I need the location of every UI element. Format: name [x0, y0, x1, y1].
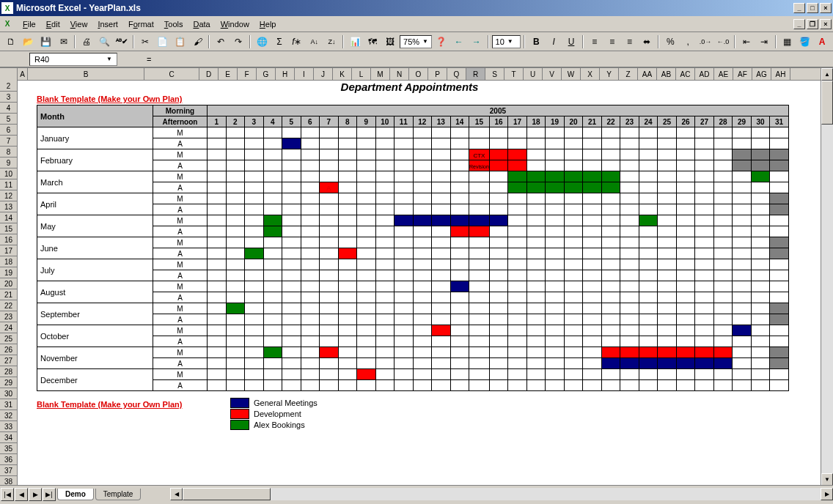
col-header-K[interactable]: K: [333, 68, 352, 80]
col-header-A[interactable]: A: [18, 68, 28, 80]
cut-icon[interactable]: ✂: [137, 34, 153, 50]
menu-file[interactable]: File: [18, 18, 41, 30]
tab-prev-button[interactable]: ◀: [15, 488, 28, 501]
row-header-29[interactable]: 29: [0, 377, 18, 388]
vertical-scrollbar[interactable]: ▲ ▼: [821, 68, 833, 485]
align-left-icon[interactable]: ≡: [587, 34, 603, 50]
borders-icon[interactable]: ▦: [779, 34, 796, 50]
menu-view[interactable]: View: [65, 18, 93, 30]
template-link-bottom[interactable]: Blank Template (Make your Own Plan): [37, 400, 182, 409]
col-header-B[interactable]: B: [28, 68, 144, 80]
col-header-L[interactable]: L: [352, 68, 371, 80]
col-header-F[interactable]: F: [238, 68, 257, 80]
decrease-decimal-icon[interactable]: ←.0: [715, 34, 731, 50]
merge-icon[interactable]: ⬌: [639, 34, 656, 50]
menu-format[interactable]: Format: [123, 18, 159, 30]
align-center-icon[interactable]: ≡: [604, 34, 620, 50]
col-header-AD[interactable]: AD: [695, 68, 714, 80]
col-header-M[interactable]: M: [371, 68, 390, 80]
nav-back-icon[interactable]: ←: [451, 34, 467, 50]
fill-color-icon[interactable]: 🪣: [796, 34, 812, 50]
minimize-button[interactable]: _: [793, 3, 805, 13]
preview-icon[interactable]: 🔍: [96, 34, 112, 50]
template-link-top[interactable]: Blank Template (Make your Own Plan): [37, 94, 182, 103]
redo-icon[interactable]: ↷: [230, 34, 246, 50]
row-header-9[interactable]: 9: [0, 158, 18, 168]
copy-icon[interactable]: 📄: [155, 34, 171, 50]
hyperlink-icon[interactable]: 🌐: [254, 34, 270, 50]
tab-first-button[interactable]: |◀: [1, 488, 14, 501]
row-header-37[interactable]: 37: [0, 465, 18, 476]
col-header-AC[interactable]: AC: [676, 68, 695, 80]
col-header-H[interactable]: H: [276, 68, 295, 80]
chart-icon[interactable]: 📊: [347, 34, 363, 50]
col-header-AG[interactable]: AG: [752, 68, 771, 80]
increase-indent-icon[interactable]: ⇤: [738, 34, 755, 50]
col-header-G[interactable]: G: [257, 68, 276, 80]
decrease-indent-icon[interactable]: ⇥: [756, 34, 772, 50]
menu-edit[interactable]: Edit: [41, 18, 65, 30]
help-icon[interactable]: ❓: [433, 34, 449, 50]
scroll-right-button[interactable]: ▶: [821, 488, 833, 500]
row-header-4[interactable]: 4: [0, 103, 18, 114]
row-header-5[interactable]: 5: [0, 114, 18, 125]
italic-icon[interactable]: I: [546, 34, 562, 50]
tab-last-button[interactable]: ▶|: [43, 488, 56, 501]
row-header-17[interactable]: 17: [0, 245, 18, 256]
doc-restore-button[interactable]: ❐: [807, 19, 818, 29]
row-header-27[interactable]: 27: [0, 355, 18, 366]
row-header-19[interactable]: 19: [0, 267, 18, 278]
col-header-J[interactable]: J: [314, 68, 333, 80]
row-header-12[interactable]: 12: [0, 190, 18, 201]
col-header-U[interactable]: U: [524, 68, 543, 80]
worksheet[interactable]: ABCDEFGHIJKLMNOPQRSTUVWXYZAAABACADAEAFAG…: [0, 67, 833, 485]
col-header-AA[interactable]: AA: [638, 68, 657, 80]
spell-icon[interactable]: ᴬᴮ✔: [114, 34, 130, 50]
col-header-Z[interactable]: Z: [619, 68, 638, 80]
row-header-6[interactable]: 6: [0, 125, 18, 136]
hscroll-thumb[interactable]: [183, 488, 271, 500]
row-header-14[interactable]: 14: [0, 212, 18, 223]
row-header-34[interactable]: 34: [0, 432, 18, 443]
sheet-tab-demo[interactable]: Demo: [57, 489, 94, 500]
format-painter-icon[interactable]: 🖌: [190, 34, 206, 50]
col-header-P[interactable]: P: [428, 68, 447, 80]
open-icon[interactable]: 📂: [21, 34, 37, 50]
col-header-C[interactable]: C: [144, 68, 199, 80]
row-header-23[interactable]: 23: [0, 311, 18, 322]
row-header-20[interactable]: 20: [0, 278, 18, 289]
row-header-22[interactable]: 22: [0, 300, 18, 311]
percent-icon[interactable]: %: [662, 34, 678, 50]
col-header-R[interactable]: R: [466, 68, 485, 80]
col-header-V[interactable]: V: [543, 68, 562, 80]
maximize-button[interactable]: □: [807, 3, 818, 13]
row-header-35[interactable]: 35: [0, 443, 18, 454]
menu-window[interactable]: Window: [216, 18, 254, 30]
function-icon[interactable]: f∗: [289, 34, 305, 50]
tab-next-button[interactable]: ▶: [29, 488, 42, 501]
doc-close-button[interactable]: ×: [820, 19, 832, 29]
col-header-AE[interactable]: AE: [714, 68, 733, 80]
col-header-E[interactable]: E: [219, 68, 238, 80]
row-header-10[interactable]: 10: [0, 168, 18, 179]
sheet-tab-template[interactable]: Template: [95, 489, 142, 500]
col-header-O[interactable]: O: [409, 68, 428, 80]
row-header-30[interactable]: 30: [0, 388, 18, 399]
row-header-26[interactable]: 26: [0, 344, 18, 355]
scroll-up-button[interactable]: ▲: [821, 68, 833, 81]
row-header-11[interactable]: 11: [0, 179, 18, 190]
map-icon[interactable]: 🗺: [364, 34, 381, 50]
menu-insert[interactable]: Insert: [92, 18, 123, 30]
row-header-25[interactable]: 25: [0, 333, 18, 344]
undo-icon[interactable]: ↶: [213, 34, 229, 50]
menu-tools[interactable]: Tools: [159, 18, 188, 30]
row-header-24[interactable]: 24: [0, 322, 18, 333]
close-button[interactable]: ×: [820, 3, 832, 13]
row-header-8[interactable]: 8: [0, 147, 18, 158]
autosum-icon[interactable]: Σ: [271, 34, 287, 50]
mail-icon[interactable]: ✉: [56, 34, 72, 50]
row-header-3[interactable]: 3: [0, 92, 18, 103]
col-header-T[interactable]: T: [504, 68, 524, 80]
underline-icon[interactable]: U: [563, 34, 579, 50]
paste-icon[interactable]: 📋: [172, 34, 188, 50]
